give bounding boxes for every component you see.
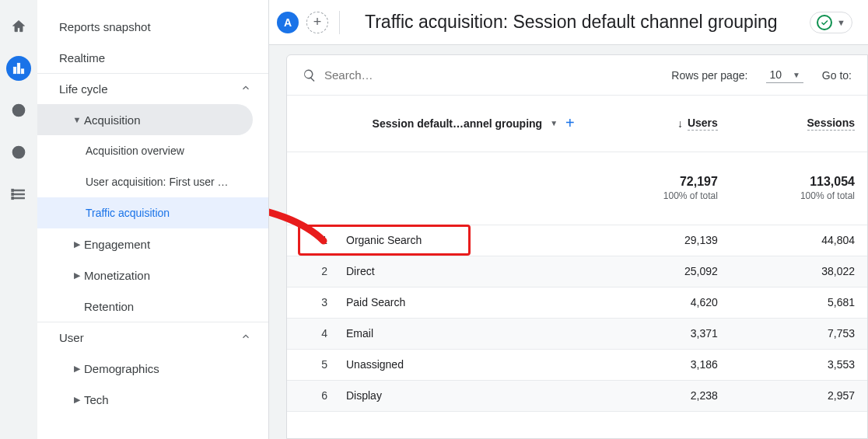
table-row[interactable]: 6Display2,2382,957	[287, 380, 867, 411]
nav-item-label: Acquisition	[84, 113, 141, 127]
row-channel: Unassigned	[346, 358, 404, 371]
row-index: 5	[299, 358, 327, 371]
svg-rect-2	[21, 69, 23, 74]
reports-icon[interactable]	[6, 56, 31, 81]
status-pill[interactable]: ▼	[810, 12, 852, 33]
row-sessions: 38,022	[730, 256, 867, 287]
totals-row: 72,197 100% of total 113,054 100% of tot…	[287, 152, 867, 225]
dimension-dropdown[interactable]: ▼	[550, 119, 558, 127]
nav-item-label: Engagement	[84, 238, 150, 251]
column-label: Users	[688, 117, 718, 131]
nav-item-label: Monetization	[84, 269, 150, 282]
report-card: Rows per page: 10 ▼ Go to: Session defau…	[286, 54, 868, 439]
nav-item-label: User acquisition: First user …	[86, 176, 229, 188]
nav-acquisition[interactable]: ▼ Acquisition	[37, 104, 253, 135]
toolbar-right: Rows per page: 10 ▼ Go to:	[671, 67, 852, 83]
column-header-users[interactable]: ↓ Users	[606, 117, 718, 131]
page-title: Traffic acquisition: Session default cha…	[365, 12, 802, 33]
total-sessions-sub: 100% of total	[743, 190, 855, 201]
row-users: 2,238	[593, 380, 730, 411]
home-icon[interactable]	[6, 14, 31, 39]
add-segment-button[interactable]: +	[306, 12, 328, 33]
rows-value: 10	[769, 68, 782, 81]
nav-item-label: Demographics	[84, 362, 159, 375]
svg-rect-11	[12, 197, 14, 199]
icon-rail	[0, 0, 37, 439]
svg-rect-8	[13, 197, 25, 199]
row-index: 4	[299, 327, 327, 340]
segment-badge[interactable]: A	[277, 12, 299, 33]
row-channel: Display	[346, 389, 382, 402]
total-users-sub: 100% of total	[606, 190, 718, 201]
nav-section-lifecycle[interactable]: Life cycle	[37, 73, 268, 104]
search-icon	[303, 68, 317, 82]
chevron-up-icon	[240, 82, 251, 96]
table-row[interactable]: 4Email3,3717,753	[287, 318, 867, 349]
advertising-icon[interactable]	[6, 140, 31, 165]
nav-engagement[interactable]: ▶ Engagement	[37, 228, 268, 260]
search-input[interactable]	[324, 68, 480, 82]
card-toolbar: Rows per page: 10 ▼ Go to:	[287, 55, 867, 96]
main-area: A + Traffic acquisition: Session default…	[269, 0, 868, 439]
total-users: 72,197	[606, 175, 718, 189]
column-header-sessions[interactable]: Sessions	[743, 117, 855, 131]
row-index: 3	[299, 296, 327, 308]
column-label: Sessions	[807, 117, 855, 131]
svg-rect-1	[17, 63, 19, 73]
caret-right-icon: ▶	[70, 364, 84, 374]
row-channel: Direct	[346, 265, 375, 277]
dimension-label: Session default…annel grouping	[373, 117, 543, 130]
svg-rect-0	[13, 67, 16, 73]
table-row[interactable]: 5Unassigned3,1863,553	[287, 349, 867, 380]
nav-traffic-acquisition[interactable]: Traffic acquisition	[37, 197, 268, 228]
row-sessions: 2,957	[730, 380, 867, 411]
nav-demographics[interactable]: ▶ Demographics	[37, 353, 268, 384]
nav-section-label: User	[59, 331, 84, 344]
nav-monetization[interactable]: ▶ Monetization	[37, 260, 268, 291]
row-sessions: 7,753	[730, 318, 867, 349]
nav-user-acquisition[interactable]: User acquisition: First user …	[37, 166, 268, 197]
check-circle-icon	[817, 15, 832, 30]
svg-rect-10	[12, 193, 14, 195]
caret-down-icon: ▼	[793, 71, 800, 79]
row-index: 1	[299, 234, 327, 246]
table-row[interactable]: 3Paid Search4,6205,681	[287, 287, 867, 318]
nav-item-label: Reports snapshot	[59, 20, 151, 33]
add-dimension-button[interactable]: +	[565, 114, 575, 132]
caret-right-icon: ▶	[70, 270, 84, 280]
nav-reports-snapshot[interactable]: Reports snapshot	[37, 11, 268, 42]
nav-item-label: Tech	[84, 393, 109, 406]
page-header: A + Traffic acquisition: Session default…	[269, 0, 868, 45]
segment-letter: A	[284, 16, 292, 29]
nav-section-user[interactable]: User	[37, 322, 268, 353]
nav-tech[interactable]: ▶ Tech	[37, 384, 268, 415]
row-sessions: 3,553	[730, 349, 867, 380]
row-users: 3,371	[593, 318, 730, 349]
caret-right-icon: ▶	[70, 239, 84, 249]
caret-down-icon: ▼	[70, 115, 84, 124]
row-sessions: 44,804	[730, 225, 867, 256]
row-channel: Email	[346, 327, 373, 340]
side-nav: Reports snapshot Realtime Life cycle ▼ A…	[37, 0, 269, 439]
rows-per-page-select[interactable]: 10 ▼	[766, 67, 803, 83]
nav-section-label: Life cycle	[59, 82, 108, 96]
row-channel: Paid Search	[346, 296, 405, 308]
row-users: 3,186	[593, 349, 730, 380]
chevron-up-icon	[240, 331, 251, 344]
caret-down-icon: ▼	[837, 18, 845, 27]
search-wrap	[303, 68, 657, 82]
nav-retention[interactable]: Retention	[37, 291, 268, 322]
table-row[interactable]: 2Direct25,09238,022	[287, 256, 867, 287]
explore-icon[interactable]	[6, 98, 31, 123]
data-table: Session default…annel grouping ▼ + ↓ Use…	[287, 96, 867, 412]
nav-realtime[interactable]: Realtime	[37, 42, 268, 73]
row-users: 25,092	[593, 256, 730, 287]
goto-label: Go to:	[822, 69, 852, 82]
nav-acquisition-overview[interactable]: Acquisition overview	[37, 135, 268, 166]
configure-icon[interactable]	[6, 182, 31, 207]
divider	[339, 11, 340, 34]
total-sessions: 113,054	[743, 175, 855, 189]
table-row[interactable]: 1Organic Search29,13944,804	[287, 225, 867, 256]
nav-item-label: Retention	[84, 300, 134, 313]
svg-rect-7	[13, 193, 25, 195]
